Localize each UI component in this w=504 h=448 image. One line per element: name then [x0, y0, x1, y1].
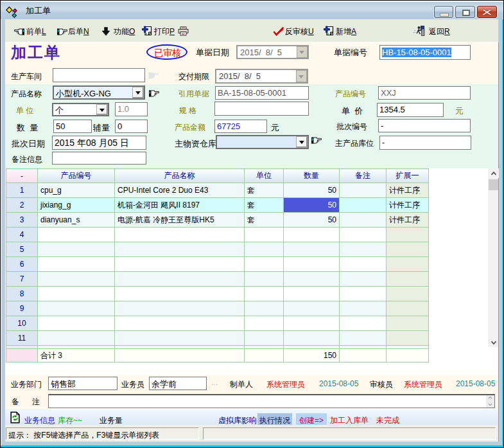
svg-text:.:: .:	[413, 28, 415, 34]
